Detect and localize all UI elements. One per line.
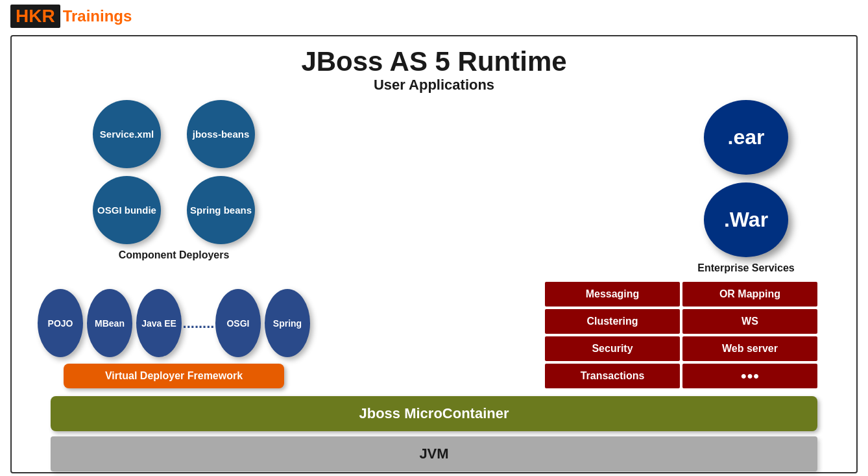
circle-row-top: Service.xml jboss-beans — [93, 100, 255, 168]
service-security: Security — [545, 336, 680, 361]
service-transactions: Transactions — [545, 364, 680, 388]
oval-mbean: MBean — [87, 289, 132, 357]
logo-hkr: HKR — [10, 5, 60, 28]
service-xml-circle: Service.xml — [93, 100, 161, 168]
enterprise-circles: .ear .War — [704, 100, 788, 257]
ovals-row: POJO MBean Java EE ........ OSGI Spring — [38, 289, 310, 357]
service-or-mapping: OR Mapping — [682, 282, 817, 307]
jvm-bar: JVM — [51, 436, 817, 471]
diagram-container: JBoss AS 5 Runtime User Applications Ser… — [10, 35, 858, 473]
deployers-section: Service.xml jboss-beans OSGI bundie Spri… — [51, 100, 297, 266]
spring-beans-circle: Spring beans — [187, 176, 255, 244]
oval-javaee: Java EE — [136, 289, 182, 357]
circle-row-bottom: OSGI bundie Spring beans — [93, 176, 255, 244]
microcontainer-bar: Jboss MicroContainer — [51, 396, 817, 431]
oval-osgi: OSGI — [215, 289, 261, 357]
osgi-bundie-circle: OSGI bundie — [93, 176, 161, 244]
service-web-server: Web server — [682, 336, 817, 361]
middle-section: POJO MBean Java EE ........ OSGI Spring — [51, 282, 817, 388]
top-section: Service.xml jboss-beans OSGI bundie Spri… — [51, 100, 817, 279]
service-dots: ●●● — [682, 364, 817, 388]
logo-trainings: Trainings — [63, 7, 132, 25]
service-ws: WS — [682, 309, 817, 334]
service-clustering: Clustering — [545, 309, 680, 334]
enterprise-label: Enterprise Services — [697, 262, 794, 274]
oval-dots: ........ — [186, 289, 211, 357]
war-circle: .War — [704, 182, 788, 257]
enterprise-section: .ear .War Enterprise Services — [675, 100, 817, 279]
service-messaging: Messaging — [545, 282, 680, 307]
service-grid-section: Messaging OR Mapping Clustering WS Secur… — [545, 282, 817, 388]
bottom-bars: Jboss MicroContainer JVM — [51, 396, 817, 471]
oval-pojo: POJO — [38, 289, 83, 357]
oval-section: POJO MBean Java EE ........ OSGI Spring — [51, 289, 297, 388]
deployers-label: Component Deployers — [119, 249, 230, 261]
jboss-beans-circle: jboss-beans — [187, 100, 255, 168]
logo-hkr-text: HKR — [16, 6, 55, 26]
service-grid: Messaging OR Mapping Clustering WS Secur… — [545, 282, 817, 388]
ear-circle: .ear — [704, 100, 788, 175]
vdf-bar: Virtual Deployer Fremework — [64, 364, 284, 388]
diagram-subtitle: User Applications — [25, 77, 843, 94]
header: HKR Trainings — [0, 0, 868, 32]
oval-spring: Spring — [265, 289, 310, 357]
diagram-title: JBoss AS 5 Runtime — [25, 47, 843, 77]
